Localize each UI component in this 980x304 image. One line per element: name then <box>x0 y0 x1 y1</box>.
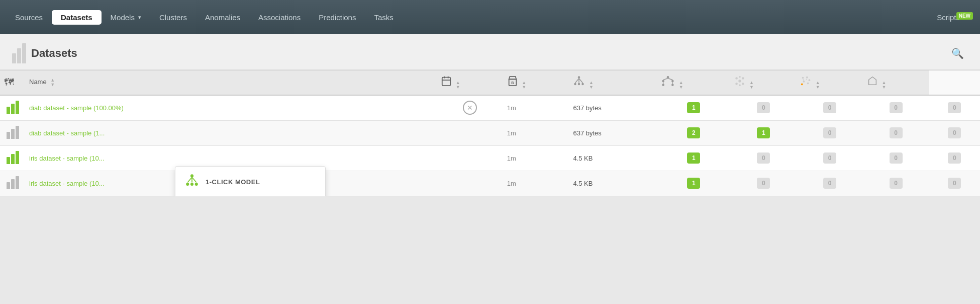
row-dataset-icon <box>0 145 25 171</box>
count-cell: 1 <box>657 95 730 121</box>
count-cell: 0 <box>929 120 980 145</box>
time-cell: 1m <box>503 120 569 145</box>
nav-item-datasets[interactable]: Datasets <box>52 10 102 25</box>
th-ensembles[interactable]: ▲▼ <box>657 70 730 95</box>
close-btn-cell <box>437 120 503 145</box>
svg-point-38 <box>190 174 193 177</box>
page-title: Datasets <box>31 47 942 60</box>
th-calendar[interactable]: ▲▼ <box>437 70 503 95</box>
count-cell: 2 <box>657 120 730 145</box>
svg-point-30 <box>806 77 808 79</box>
th-models[interactable]: ▲▼ <box>569 70 657 95</box>
svg-point-27 <box>739 76 741 78</box>
size-cell: 4.5 KB <box>569 171 657 196</box>
nav-item-clusters[interactable]: Clusters <box>150 10 196 25</box>
count-badge: 0 <box>823 102 836 113</box>
count-badge: 0 <box>890 102 903 113</box>
page-header: Datasets 🔍 <box>0 34 980 70</box>
svg-point-29 <box>802 77 804 79</box>
count-cell: 0 <box>730 95 797 121</box>
svg-point-32 <box>803 81 805 83</box>
nav-item-predictions[interactable]: Predictions <box>310 10 365 25</box>
svg-point-39 <box>186 183 189 186</box>
dropdown-label-model: 1-CLICK MODEL <box>206 178 260 186</box>
count-cell: 0 <box>929 145 980 171</box>
th-predictions[interactable]: ▲▼ <box>863 70 929 95</box>
row-dataset-icon <box>0 95 25 121</box>
dataset-name-cell: diab dataset - sample (1... <box>25 120 437 145</box>
count-cell: 1 <box>730 120 797 145</box>
database-icon: 🗺 <box>4 77 14 88</box>
row-dataset-icon <box>0 171 25 196</box>
count-badge: 0 <box>757 153 770 164</box>
bar-chart-icon <box>7 126 19 139</box>
count-cell: 1 <box>657 171 730 196</box>
table-header: 🗺 Name ▲▼ ▲▼ B ▲▼ <box>0 70 980 95</box>
svg-line-19 <box>668 79 672 80</box>
count-cell: 0 <box>863 95 929 121</box>
nav-item-models[interactable]: Models <box>102 10 150 25</box>
dataset-name-cell: diab dataset - sample (100.00%) <box>25 95 437 121</box>
model-tree-icon <box>573 75 585 87</box>
svg-line-35 <box>803 79 804 81</box>
th-row-icon: 🗺 <box>0 70 25 95</box>
nav-item-tasks[interactable]: Tasks <box>365 10 402 25</box>
count-badge: 0 <box>890 153 903 164</box>
count-badge: 0 <box>823 178 836 189</box>
ensemble-icon <box>661 75 675 87</box>
datasets-header-icon <box>12 43 26 63</box>
svg-point-13 <box>667 76 669 79</box>
dataset-name-link[interactable]: iris dataset - sample (10... <box>29 155 105 162</box>
dropdown-item-model[interactable]: 1-CLICK MODEL <box>175 167 325 196</box>
dataset-name-link[interactable]: iris dataset - sample (10... <box>29 180 105 187</box>
row-dataset-icon <box>0 120 25 145</box>
dataset-name-link[interactable]: diab dataset - sample (1... <box>29 129 105 137</box>
close-button[interactable]: ✕ <box>463 101 477 115</box>
svg-line-42 <box>187 177 192 183</box>
count-badge: 0 <box>890 127 903 138</box>
close-btn-cell: ✕ <box>437 95 503 121</box>
th-name[interactable]: Name ▲▼ <box>25 70 437 95</box>
count-badge: 0 <box>757 178 770 189</box>
dataset-name-link[interactable]: diab dataset - sample (100.00%) <box>29 104 124 112</box>
count-badge: 0 <box>890 178 903 189</box>
bar-chart-icon <box>7 101 19 114</box>
th-clusters[interactable]: ▲▼ <box>730 70 797 95</box>
th-anomalies[interactable]: ▲▼ <box>797 70 863 95</box>
svg-point-14 <box>662 80 665 83</box>
count-badge: 1 <box>687 153 700 164</box>
table-row: diab dataset - sample (1...1m637 bytes21… <box>0 120 980 145</box>
model-icon <box>184 174 200 190</box>
nav-item-scripts[interactable]: Scripts NEW <box>929 10 974 25</box>
svg-point-7 <box>574 83 577 86</box>
search-button[interactable]: 🔍 <box>947 45 968 61</box>
svg-point-41 <box>195 183 198 186</box>
count-badge: 0 <box>823 127 836 138</box>
svg-point-28 <box>739 84 741 86</box>
anomaly-icon <box>801 75 812 87</box>
count-cell: 0 <box>730 171 797 196</box>
time-cell: 1m <box>503 95 569 121</box>
nav-item-anomalies[interactable]: Anomalies <box>196 10 249 25</box>
th-size[interactable]: B ▲▼ <box>503 70 569 95</box>
count-cell: 1 <box>657 145 730 171</box>
svg-marker-37 <box>869 77 876 85</box>
svg-line-10 <box>575 79 579 83</box>
count-badge: 2 <box>687 127 700 138</box>
table-row: iris dataset - sample (10...1m4.5 KB1000… <box>0 171 980 196</box>
svg-point-6 <box>578 76 580 79</box>
svg-line-12 <box>579 79 583 83</box>
nav-item-associations[interactable]: Associations <box>249 10 310 25</box>
calendar-icon <box>441 75 452 87</box>
svg-line-36 <box>806 79 807 81</box>
svg-point-9 <box>582 83 584 86</box>
count-badge: 0 <box>948 127 961 138</box>
size-cell: 637 bytes <box>569 95 657 121</box>
svg-point-23 <box>736 77 738 80</box>
count-cell: 0 <box>929 171 980 196</box>
svg-point-15 <box>671 80 674 83</box>
navbar: Sources Datasets Models Clusters Anomali… <box>0 0 980 34</box>
svg-point-25 <box>736 83 738 85</box>
nav-item-sources[interactable]: Sources <box>6 10 52 25</box>
count-cell: 0 <box>797 171 863 196</box>
